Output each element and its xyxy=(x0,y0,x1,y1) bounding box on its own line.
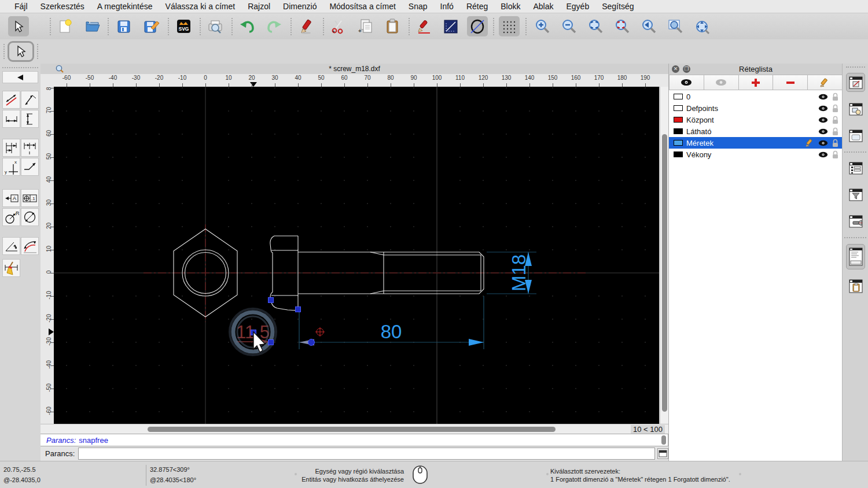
dim-leader-button[interactable] xyxy=(21,158,39,176)
dim-horizontal-button[interactable] xyxy=(2,110,20,128)
grip-2[interactable] xyxy=(296,307,301,312)
menu-item-2[interactable]: A megtekintése xyxy=(91,2,159,11)
edit-layer-button[interactable] xyxy=(808,75,843,90)
paste-button[interactable] xyxy=(382,16,403,36)
dock-list-button[interactable] xyxy=(846,158,865,178)
delete-button[interactable] xyxy=(296,16,317,36)
layer-color-swatch[interactable] xyxy=(674,128,683,134)
print-preview-button[interactable] xyxy=(205,16,226,36)
menu-item-4[interactable]: Rajzol xyxy=(241,2,277,11)
copy-button[interactable]: + xyxy=(355,16,376,36)
layer-visibility-icon[interactable] xyxy=(818,94,828,100)
layer-lock-icon[interactable] xyxy=(832,104,839,113)
zoom-previous-button[interactable] xyxy=(638,16,659,36)
zoom-pan-button[interactable] xyxy=(692,16,712,36)
command-history[interactable]: Parancs: snapfree xyxy=(41,434,668,446)
h-scroll-thumb[interactable] xyxy=(148,427,556,432)
dim-angular-button[interactable] xyxy=(2,237,20,255)
attributes-pen-button[interactable] xyxy=(414,16,435,36)
menu-item-5[interactable]: Dimenzió xyxy=(277,2,323,11)
layer-visibility-icon[interactable] xyxy=(818,140,828,146)
dim-80-text[interactable]: 80 xyxy=(381,321,402,342)
undo-button[interactable] xyxy=(237,16,258,36)
command-dock-button[interactable] xyxy=(657,448,668,459)
zoom-window-button[interactable] xyxy=(665,16,686,36)
menu-item-10[interactable]: Blokk xyxy=(494,2,527,11)
menu-item-7[interactable]: Snap xyxy=(402,2,434,11)
layer-row-0[interactable]: 0 xyxy=(669,91,843,102)
layer-color-swatch[interactable] xyxy=(674,151,683,157)
layer-row-Központ[interactable]: Központ xyxy=(669,114,843,125)
grip-4[interactable] xyxy=(269,340,274,345)
show-all-layers-button[interactable] xyxy=(669,75,704,90)
layer-color-swatch[interactable] xyxy=(674,117,683,123)
layer-row-Vékony[interactable]: Vékony xyxy=(669,149,843,160)
dim-m18-text[interactable]: M18 xyxy=(508,254,529,291)
dim-diameter-button[interactable] xyxy=(21,208,39,226)
drawing-canvas[interactable]: 80 M18 11.5 xyxy=(54,87,659,424)
cut-button[interactable]: + xyxy=(328,16,348,36)
layer-color-swatch[interactable] xyxy=(674,140,683,146)
layer-visibility-icon[interactable] xyxy=(818,117,828,123)
layer-color-swatch[interactable] xyxy=(674,94,683,99)
menu-item-8[interactable]: Infó xyxy=(434,2,460,11)
svg-export-button[interactable]: SVG xyxy=(173,16,194,36)
dim-radius-button[interactable]: R xyxy=(2,208,20,226)
v-scroll-thumb[interactable] xyxy=(662,134,667,412)
add-layer-button[interactable] xyxy=(739,75,774,90)
open-file-button[interactable] xyxy=(82,16,103,36)
dim-arc-button[interactable] xyxy=(21,237,39,255)
menu-item-0[interactable]: Fájl xyxy=(8,2,34,11)
remove-layer-button[interactable] xyxy=(773,75,808,90)
redo-button[interactable] xyxy=(264,16,285,36)
menu-item-6[interactable]: Módosítsa a címet xyxy=(323,2,402,11)
dim-tolerance-button[interactable]: .1 xyxy=(21,189,39,207)
panel-close-icon[interactable]: ✕ xyxy=(672,65,679,73)
panel-float-icon[interactable]: ❐ xyxy=(683,65,690,73)
layer-row-Defpoints[interactable]: Defpoints xyxy=(669,102,843,114)
new-document-button[interactable] xyxy=(55,16,76,36)
dock-command-button[interactable] xyxy=(846,244,865,269)
layer-row-Látható[interactable]: Látható xyxy=(669,125,843,137)
dim-continue-button[interactable] xyxy=(21,139,39,157)
dock-torch-button[interactable] xyxy=(846,212,865,231)
menu-item-9[interactable]: Réteg xyxy=(460,2,494,11)
dock-filter-button[interactable] xyxy=(846,185,865,204)
layer-edit-pencil-icon[interactable] xyxy=(806,139,815,147)
dim-aligned-button[interactable] xyxy=(2,91,20,109)
menu-item-11[interactable]: Ablak xyxy=(527,2,560,11)
zoom-auto-button[interactable] xyxy=(585,16,606,36)
layer-row-Méretek[interactable]: Méretek xyxy=(669,137,843,149)
layer-lock-icon[interactable] xyxy=(832,150,839,159)
zoom-out-button[interactable] xyxy=(558,16,579,36)
dim-text-button[interactable]: A xyxy=(2,189,20,207)
line-tool-button[interactable] xyxy=(440,16,461,36)
canvas-horizontal-scrollbar[interactable]: 10 < 100 xyxy=(41,424,668,434)
hide-all-layers-button[interactable] xyxy=(704,75,739,90)
zoom-in-button[interactable] xyxy=(532,16,553,36)
dock-blocks-button[interactable] xyxy=(846,99,865,119)
select-tool-button[interactable] xyxy=(8,16,29,36)
layer-visibility-icon[interactable] xyxy=(818,105,828,112)
layer-lock-icon[interactable] xyxy=(832,139,839,147)
back-button[interactable] xyxy=(2,71,38,83)
menu-item-1[interactable]: Szerkesztés xyxy=(34,2,91,11)
dim-cleanup-button[interactable] xyxy=(2,259,20,277)
menu-item-13[interactable]: Segítség xyxy=(595,2,640,11)
dim-baseline-button[interactable] xyxy=(2,139,20,157)
dim-ordinate-button[interactable]: xy xyxy=(2,158,20,176)
save-as-button[interactable] xyxy=(141,16,162,36)
canvas-vertical-scrollbar[interactable] xyxy=(660,87,669,424)
dock-layers-button[interactable] xyxy=(846,73,865,92)
grip-circle[interactable] xyxy=(308,339,315,346)
dim-linear-button[interactable] xyxy=(21,91,39,109)
layer-lock-icon[interactable] xyxy=(832,127,839,136)
zoom-window-red-button[interactable] xyxy=(612,16,632,36)
dim-80[interactable]: 80 xyxy=(299,296,484,349)
layer-lock-icon[interactable] xyxy=(832,116,839,124)
layer-color-swatch[interactable] xyxy=(674,105,683,111)
drawing-window-titlebar[interactable]: * screw_m18.dxf xyxy=(41,64,668,75)
command-input[interactable] xyxy=(78,448,655,460)
history-scroll-thumb[interactable] xyxy=(661,435,666,445)
menu-item-12[interactable]: Egyéb xyxy=(560,2,596,11)
